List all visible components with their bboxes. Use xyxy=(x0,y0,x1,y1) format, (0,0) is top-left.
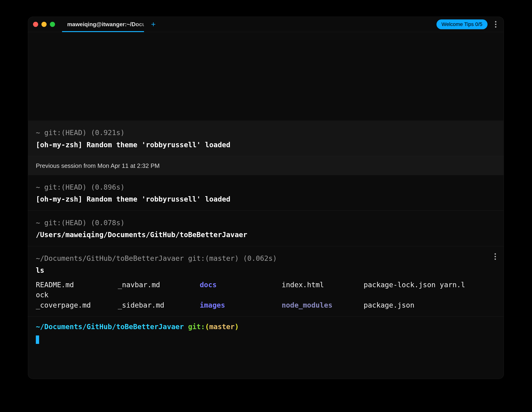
kebab-dot-icon xyxy=(495,24,496,25)
new-tab-button[interactable]: + xyxy=(149,20,158,29)
plus-icon: + xyxy=(151,20,156,29)
terminal-body[interactable]: ~ git:(HEAD) (0.921s) [oh-my-zsh] Random… xyxy=(28,32,504,379)
ls-output: README.md _navbar.md docs index.html pac… xyxy=(36,280,496,310)
close-window-button[interactable] xyxy=(33,22,38,27)
command-output: [oh-my-zsh] Random theme 'robbyrussell' … xyxy=(36,194,496,204)
file-name: _sidebar.md xyxy=(118,300,200,310)
welcome-tips-button[interactable]: Welcome Tips 0/5 xyxy=(437,19,487,29)
text-cursor-icon xyxy=(36,336,39,344)
history-block[interactable]: ~ git:(HEAD) (0.896s) [oh-my-zsh] Random… xyxy=(28,175,504,211)
prompt-git: git: xyxy=(184,323,205,331)
list-row: README.md _navbar.md docs index.html pac… xyxy=(36,280,496,290)
tab-label: maweiqing@itwanger:~/Documents xyxy=(67,21,144,28)
dir-name: node_modules xyxy=(282,300,364,310)
prompt-text: ~/Documents/GitHub/toBeBetterJavaer git:… xyxy=(36,253,496,263)
tab-active[interactable]: maweiqing@itwanger:~/Documents xyxy=(62,17,144,32)
kebab-dot-icon xyxy=(495,26,496,28)
file-name: _coverpage.md xyxy=(36,300,118,310)
zoom-window-button[interactable] xyxy=(50,22,55,27)
input-line[interactable] xyxy=(28,335,504,345)
list-row-wrap: ock xyxy=(36,290,496,300)
prompt-text: ~ git:(HEAD) (0.078s) xyxy=(36,218,496,228)
prompt-path: ~/Documents/GitHub/toBeBetterJavaer xyxy=(36,323,184,331)
prompt-text: ~ git:(HEAD) (0.921s) xyxy=(36,128,496,138)
dir-name: images xyxy=(200,300,282,310)
app-menu-button[interactable] xyxy=(492,19,500,29)
history-block[interactable]: ~/Documents/GitHub/toBeBetterJavaer git:… xyxy=(28,246,504,317)
prompt-text: ~ git:(HEAD) (0.896s) xyxy=(36,182,496,192)
kebab-dot-icon xyxy=(494,258,496,260)
session-notice: Previous session from Mon Apr 11 at 2:32… xyxy=(28,156,504,175)
dir-name: docs xyxy=(200,280,282,290)
window-controls xyxy=(33,22,55,27)
file-name: index.html xyxy=(282,280,364,290)
minimize-window-button[interactable] xyxy=(41,22,47,27)
prompt-paren: ( xyxy=(205,323,209,331)
history-block[interactable]: ~ git:(HEAD) (0.078s) /Users/maweiqing/D… xyxy=(28,211,504,246)
welcome-tips-label: Welcome Tips 0/5 xyxy=(442,21,482,27)
command-output: /Users/maweiqing/Documents/GitHub/toBeBe… xyxy=(36,230,496,240)
file-name: package.json xyxy=(364,300,496,310)
session-notice-text: Previous session from Mon Apr 11 at 2:32… xyxy=(36,162,160,169)
prompt-paren: ) xyxy=(235,323,239,331)
list-row: _coverpage.md _sidebar.md images node_mo… xyxy=(36,300,496,310)
live-prompt[interactable]: ~/Documents/GitHub/toBeBetterJavaer git:… xyxy=(28,317,504,335)
prompt-branch: master xyxy=(209,323,235,331)
file-name: _navbar.md xyxy=(118,280,200,290)
history-block[interactable]: ~ git:(HEAD) (0.921s) [oh-my-zsh] Random… xyxy=(28,121,504,156)
kebab-dot-icon xyxy=(494,256,496,257)
file-name: README.md xyxy=(36,280,118,290)
terminal-window: maweiqing@itwanger:~/Documents + Welcome… xyxy=(28,17,504,379)
command-text: ls xyxy=(36,265,496,276)
file-name: package-lock.json yarn.l xyxy=(364,280,496,290)
command-output: [oh-my-zsh] Random theme 'robbyrussell' … xyxy=(36,140,496,150)
titlebar: maweiqing@itwanger:~/Documents + Welcome… xyxy=(28,17,504,32)
kebab-dot-icon xyxy=(495,21,496,22)
block-menu-button[interactable] xyxy=(492,252,499,262)
kebab-dot-icon xyxy=(494,253,496,255)
